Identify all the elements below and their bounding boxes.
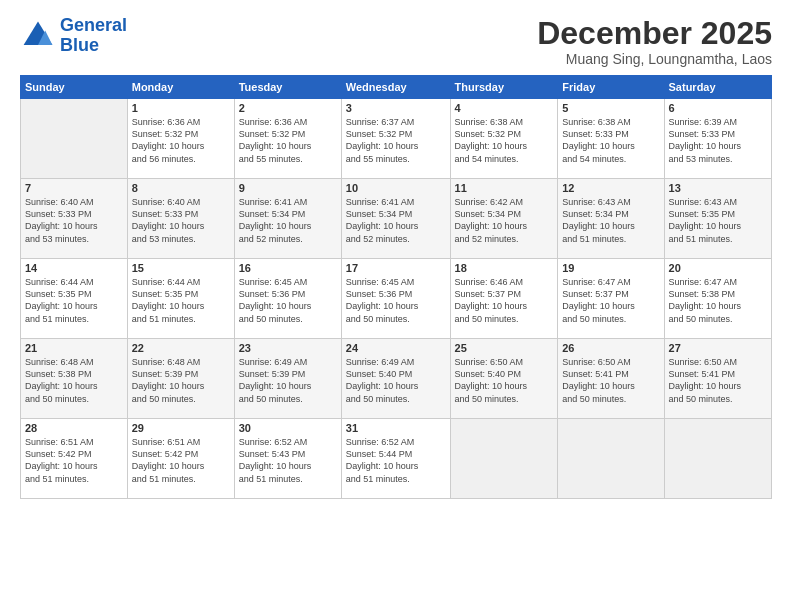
day-cell: 28Sunrise: 6:51 AM Sunset: 5:42 PM Dayli… (21, 419, 128, 499)
day-info: Sunrise: 6:38 AM Sunset: 5:32 PM Dayligh… (455, 116, 554, 165)
day-cell: 9Sunrise: 6:41 AM Sunset: 5:34 PM Daylig… (234, 179, 341, 259)
col-header-monday: Monday (127, 76, 234, 99)
day-cell: 17Sunrise: 6:45 AM Sunset: 5:36 PM Dayli… (341, 259, 450, 339)
day-number: 10 (346, 182, 446, 194)
day-info: Sunrise: 6:41 AM Sunset: 5:34 PM Dayligh… (239, 196, 337, 245)
day-cell: 12Sunrise: 6:43 AM Sunset: 5:34 PM Dayli… (558, 179, 664, 259)
day-info: Sunrise: 6:45 AM Sunset: 5:36 PM Dayligh… (346, 276, 446, 325)
day-info: Sunrise: 6:36 AM Sunset: 5:32 PM Dayligh… (132, 116, 230, 165)
day-number: 4 (455, 102, 554, 114)
day-number: 30 (239, 422, 337, 434)
day-cell: 24Sunrise: 6:49 AM Sunset: 5:40 PM Dayli… (341, 339, 450, 419)
day-number: 16 (239, 262, 337, 274)
day-number: 23 (239, 342, 337, 354)
day-cell: 8Sunrise: 6:40 AM Sunset: 5:33 PM Daylig… (127, 179, 234, 259)
day-cell: 11Sunrise: 6:42 AM Sunset: 5:34 PM Dayli… (450, 179, 558, 259)
day-info: Sunrise: 6:52 AM Sunset: 5:43 PM Dayligh… (239, 436, 337, 485)
day-cell: 15Sunrise: 6:44 AM Sunset: 5:35 PM Dayli… (127, 259, 234, 339)
day-cell: 3Sunrise: 6:37 AM Sunset: 5:32 PM Daylig… (341, 99, 450, 179)
day-info: Sunrise: 6:38 AM Sunset: 5:33 PM Dayligh… (562, 116, 659, 165)
day-number: 17 (346, 262, 446, 274)
day-info: Sunrise: 6:40 AM Sunset: 5:33 PM Dayligh… (25, 196, 123, 245)
week-row-5: 28Sunrise: 6:51 AM Sunset: 5:42 PM Dayli… (21, 419, 772, 499)
week-row-4: 21Sunrise: 6:48 AM Sunset: 5:38 PM Dayli… (21, 339, 772, 419)
day-number: 18 (455, 262, 554, 274)
day-number: 31 (346, 422, 446, 434)
day-info: Sunrise: 6:49 AM Sunset: 5:39 PM Dayligh… (239, 356, 337, 405)
col-header-sunday: Sunday (21, 76, 128, 99)
day-info: Sunrise: 6:48 AM Sunset: 5:38 PM Dayligh… (25, 356, 123, 405)
day-info: Sunrise: 6:46 AM Sunset: 5:37 PM Dayligh… (455, 276, 554, 325)
week-row-2: 7Sunrise: 6:40 AM Sunset: 5:33 PM Daylig… (21, 179, 772, 259)
day-cell: 13Sunrise: 6:43 AM Sunset: 5:35 PM Dayli… (664, 179, 771, 259)
day-cell: 18Sunrise: 6:46 AM Sunset: 5:37 PM Dayli… (450, 259, 558, 339)
day-info: Sunrise: 6:51 AM Sunset: 5:42 PM Dayligh… (25, 436, 123, 485)
day-cell: 10Sunrise: 6:41 AM Sunset: 5:34 PM Dayli… (341, 179, 450, 259)
day-number: 12 (562, 182, 659, 194)
day-info: Sunrise: 6:43 AM Sunset: 5:35 PM Dayligh… (669, 196, 767, 245)
day-cell: 6Sunrise: 6:39 AM Sunset: 5:33 PM Daylig… (664, 99, 771, 179)
col-header-tuesday: Tuesday (234, 76, 341, 99)
day-cell (21, 99, 128, 179)
day-info: Sunrise: 6:40 AM Sunset: 5:33 PM Dayligh… (132, 196, 230, 245)
day-info: Sunrise: 6:49 AM Sunset: 5:40 PM Dayligh… (346, 356, 446, 405)
day-info: Sunrise: 6:47 AM Sunset: 5:38 PM Dayligh… (669, 276, 767, 325)
day-cell: 26Sunrise: 6:50 AM Sunset: 5:41 PM Dayli… (558, 339, 664, 419)
day-number: 11 (455, 182, 554, 194)
day-info: Sunrise: 6:43 AM Sunset: 5:34 PM Dayligh… (562, 196, 659, 245)
calendar-table: SundayMondayTuesdayWednesdayThursdayFrid… (20, 75, 772, 499)
day-cell: 4Sunrise: 6:38 AM Sunset: 5:32 PM Daylig… (450, 99, 558, 179)
day-cell: 19Sunrise: 6:47 AM Sunset: 5:37 PM Dayli… (558, 259, 664, 339)
col-header-saturday: Saturday (664, 76, 771, 99)
logo-text: General Blue (60, 16, 127, 56)
week-row-1: 1Sunrise: 6:36 AM Sunset: 5:32 PM Daylig… (21, 99, 772, 179)
day-cell: 16Sunrise: 6:45 AM Sunset: 5:36 PM Dayli… (234, 259, 341, 339)
month-title: December 2025 (537, 16, 772, 51)
day-info: Sunrise: 6:51 AM Sunset: 5:42 PM Dayligh… (132, 436, 230, 485)
day-number: 9 (239, 182, 337, 194)
day-info: Sunrise: 6:36 AM Sunset: 5:32 PM Dayligh… (239, 116, 337, 165)
day-number: 7 (25, 182, 123, 194)
day-info: Sunrise: 6:45 AM Sunset: 5:36 PM Dayligh… (239, 276, 337, 325)
day-info: Sunrise: 6:50 AM Sunset: 5:41 PM Dayligh… (669, 356, 767, 405)
day-cell: 27Sunrise: 6:50 AM Sunset: 5:41 PM Dayli… (664, 339, 771, 419)
day-number: 28 (25, 422, 123, 434)
day-number: 2 (239, 102, 337, 114)
day-cell: 31Sunrise: 6:52 AM Sunset: 5:44 PM Dayli… (341, 419, 450, 499)
day-info: Sunrise: 6:44 AM Sunset: 5:35 PM Dayligh… (25, 276, 123, 325)
day-cell: 5Sunrise: 6:38 AM Sunset: 5:33 PM Daylig… (558, 99, 664, 179)
day-cell: 23Sunrise: 6:49 AM Sunset: 5:39 PM Dayli… (234, 339, 341, 419)
logo: General Blue (20, 16, 127, 56)
day-number: 29 (132, 422, 230, 434)
day-number: 6 (669, 102, 767, 114)
day-number: 21 (25, 342, 123, 354)
day-number: 8 (132, 182, 230, 194)
day-number: 3 (346, 102, 446, 114)
day-cell: 29Sunrise: 6:51 AM Sunset: 5:42 PM Dayli… (127, 419, 234, 499)
day-cell: 2Sunrise: 6:36 AM Sunset: 5:32 PM Daylig… (234, 99, 341, 179)
day-number: 27 (669, 342, 767, 354)
day-number: 24 (346, 342, 446, 354)
day-number: 19 (562, 262, 659, 274)
col-header-friday: Friday (558, 76, 664, 99)
col-header-thursday: Thursday (450, 76, 558, 99)
day-info: Sunrise: 6:50 AM Sunset: 5:40 PM Dayligh… (455, 356, 554, 405)
col-header-wednesday: Wednesday (341, 76, 450, 99)
day-info: Sunrise: 6:50 AM Sunset: 5:41 PM Dayligh… (562, 356, 659, 405)
day-cell: 20Sunrise: 6:47 AM Sunset: 5:38 PM Dayli… (664, 259, 771, 339)
day-info: Sunrise: 6:44 AM Sunset: 5:35 PM Dayligh… (132, 276, 230, 325)
day-info: Sunrise: 6:52 AM Sunset: 5:44 PM Dayligh… (346, 436, 446, 485)
day-number: 15 (132, 262, 230, 274)
logo-icon (20, 18, 56, 54)
day-cell (450, 419, 558, 499)
day-number: 26 (562, 342, 659, 354)
subtitle: Muang Sing, Loungnamtha, Laos (537, 51, 772, 67)
day-cell: 14Sunrise: 6:44 AM Sunset: 5:35 PM Dayli… (21, 259, 128, 339)
day-cell: 30Sunrise: 6:52 AM Sunset: 5:43 PM Dayli… (234, 419, 341, 499)
title-block: December 2025 Muang Sing, Loungnamtha, L… (537, 16, 772, 67)
page: General Blue December 2025 Muang Sing, L… (0, 0, 792, 612)
day-number: 5 (562, 102, 659, 114)
day-info: Sunrise: 6:48 AM Sunset: 5:39 PM Dayligh… (132, 356, 230, 405)
day-cell: 22Sunrise: 6:48 AM Sunset: 5:39 PM Dayli… (127, 339, 234, 419)
header-row: SundayMondayTuesdayWednesdayThursdayFrid… (21, 76, 772, 99)
